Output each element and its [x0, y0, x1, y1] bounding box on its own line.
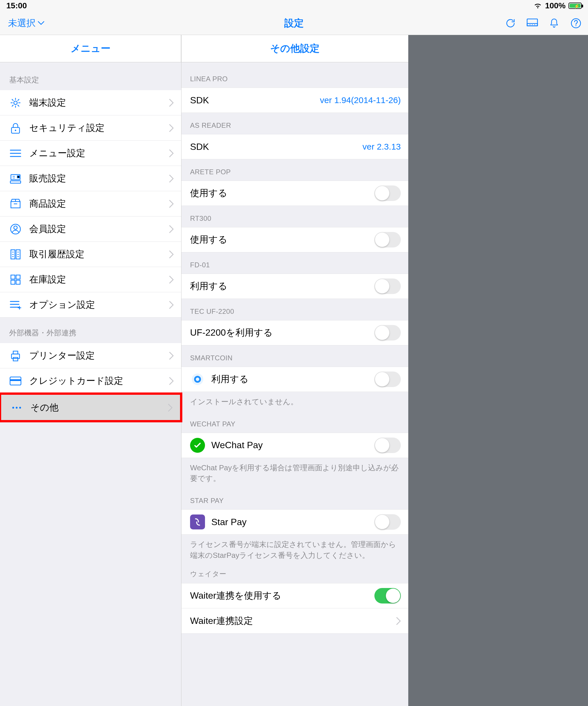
menu-item-label: 端末設定 [24, 96, 169, 109]
chevron-right-icon [169, 174, 174, 183]
svg-point-2 [530, 24, 531, 25]
battery-icon: ⚡ [569, 3, 582, 9]
note-smartcoin: インストールされていません。 [182, 392, 408, 407]
row-label: 利用する [211, 373, 375, 386]
dots-icon [9, 406, 25, 409]
menu-item-other[interactable]: その他 [1, 395, 180, 420]
menu-item-label: クレジットカード設定 [24, 375, 169, 387]
menu-item-label: オプション設定 [24, 299, 169, 311]
chevron-right-icon [169, 124, 174, 132]
menu-item-terminal[interactable]: 端末設定 [0, 90, 181, 115]
toggle-waiter[interactable] [375, 588, 401, 603]
register-icon [7, 173, 24, 184]
svg-rect-16 [11, 275, 15, 279]
group-wechat: WECHAT PAY [182, 407, 408, 433]
lock-icon [7, 122, 24, 134]
toggle-uf2200[interactable] [375, 325, 401, 341]
clock: 15:00 [6, 1, 27, 10]
svg-point-8 [15, 129, 16, 131]
main-panel: その他設定 LINEA PRO SDK ver 1.94(2014-11-26)… [182, 35, 408, 706]
row-label: WeChat Pay [211, 440, 375, 450]
card-icon [7, 377, 24, 386]
svg-rect-24 [10, 379, 21, 381]
chevron-right-icon [169, 301, 174, 309]
menu-item-menu[interactable]: メニュー設定 [0, 141, 181, 166]
row-waiter-settings[interactable]: Waiter連携設定 [182, 609, 408, 634]
row-uf2200-use: UF-2200を利用する [182, 320, 408, 345]
svg-rect-21 [13, 351, 18, 354]
group-waiter: ウェイター [182, 561, 408, 583]
nav-back-button[interactable]: 未選択 [8, 17, 44, 30]
svg-rect-22 [13, 357, 18, 361]
bell-button[interactable] [548, 17, 560, 30]
row-smartcoin-use: 利用する [182, 367, 408, 392]
group-smartcoin: SMARTCOIN [182, 345, 408, 367]
group-tec-uf2200: TEC UF-2200 [182, 299, 408, 320]
svg-rect-18 [11, 280, 15, 284]
menu-item-label: その他 [25, 401, 168, 414]
menu-item-security[interactable]: セキュリティ設定 [0, 115, 181, 141]
row-label: Waiter連携を使用する [190, 589, 375, 602]
menu-item-history[interactable]: 取引履歴設定 [0, 242, 181, 267]
toggle-smartcoin[interactable] [375, 371, 401, 387]
chevron-right-icon [169, 225, 174, 233]
chevron-right-icon [169, 149, 174, 157]
menu-item-option[interactable]: オプション設定 [0, 292, 181, 318]
menu-item-member[interactable]: 会員設定 [0, 217, 181, 242]
grid-icon [7, 274, 24, 285]
main-header: その他設定 [182, 35, 408, 62]
svg-rect-10 [10, 181, 21, 183]
svg-point-6 [14, 101, 17, 105]
help-button[interactable] [570, 17, 582, 30]
chevron-down-icon [38, 21, 44, 25]
menu-item-label: プリンター設定 [24, 349, 169, 362]
chevron-right-icon [168, 404, 172, 412]
nav-back-label: 未選択 [8, 17, 36, 30]
toggle-starpay[interactable] [375, 514, 401, 530]
menu-item-product[interactable]: 商品設定 [0, 191, 181, 217]
toggle-fd01[interactable] [375, 278, 401, 294]
group-starpay: STAR PAY [182, 484, 408, 509]
row-label: 利用する [190, 280, 375, 292]
row-linea-sdk[interactable]: SDK ver 1.94(2014-11-26) [182, 87, 408, 113]
menu-item-credit[interactable]: クレジットカード設定 [0, 368, 181, 394]
row-label: SDK [190, 95, 320, 106]
toggle-rt300[interactable] [375, 232, 401, 247]
svg-rect-11 [11, 202, 20, 208]
menu-item-label: 取引履歴設定 [24, 248, 169, 261]
group-as-reader: AS READER [182, 113, 408, 134]
status-bar: 15:00 100% ⚡ [0, 0, 588, 11]
row-rt300-use: 使用する [182, 227, 408, 252]
row-label: 使用する [190, 233, 375, 246]
row-label: Star Pay [211, 517, 375, 527]
menu-item-label: 販売設定 [24, 172, 169, 185]
menu-item-sales[interactable]: 販売設定 [0, 166, 181, 191]
menu-item-label: 在庫設定 [24, 273, 169, 286]
device-button[interactable] [526, 17, 539, 30]
row-arete-use: 使用する [182, 181, 408, 206]
toggle-arete[interactable] [375, 186, 401, 201]
group-arete-pop: ARETE POP [182, 159, 408, 181]
svg-rect-19 [16, 280, 20, 284]
sidebar-section-basic: 基本設定 [0, 62, 181, 90]
toggle-wechat[interactable] [375, 438, 401, 453]
refresh-button[interactable] [504, 17, 517, 30]
chevron-right-icon [169, 99, 174, 107]
chevron-right-icon [169, 377, 174, 385]
menu-item-label: 会員設定 [24, 223, 169, 235]
group-rt300: RT300 [182, 206, 408, 227]
svg-point-13 [14, 226, 17, 229]
user-icon [7, 223, 24, 235]
starpay-icon [190, 514, 205, 530]
group-linea-pro: LINEA PRO [182, 62, 408, 87]
chevron-right-icon [169, 200, 174, 208]
row-label: 使用する [190, 187, 375, 200]
row-asreader-sdk[interactable]: SDK ver 2.3.13 [182, 134, 408, 159]
menu-item-stock[interactable]: 在庫設定 [0, 267, 181, 292]
row-label: Waiter連携設定 [190, 615, 393, 627]
menu-item-label: セキュリティ設定 [24, 122, 169, 134]
chevron-right-icon [169, 276, 174, 284]
wechat-icon [190, 438, 205, 453]
sidebar: メニュー 基本設定 端末設定 セキュリティ設定 メニュー設定 販売設定 [0, 35, 182, 706]
menu-item-printer[interactable]: プリンター設定 [0, 343, 181, 368]
